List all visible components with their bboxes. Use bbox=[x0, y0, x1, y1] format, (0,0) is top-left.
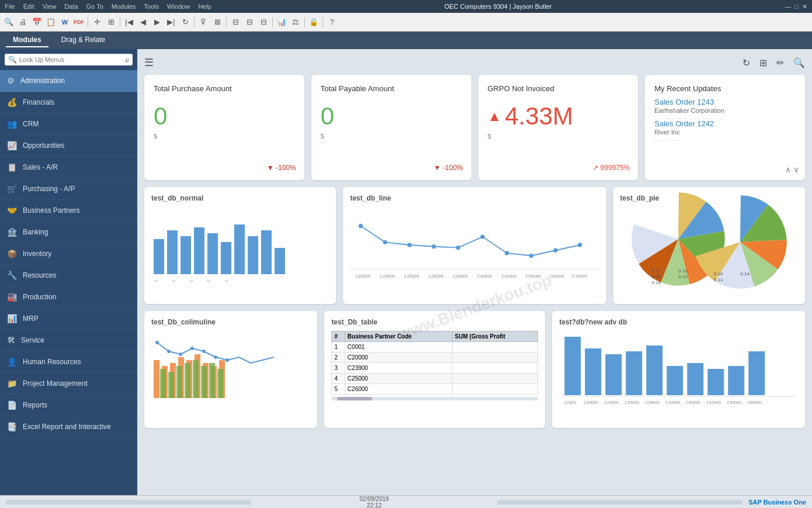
search-content-icon[interactable]: 🔍 bbox=[793, 57, 805, 68]
table-row: 2 C20000 bbox=[332, 353, 538, 363]
sidebar-item-financials[interactable]: 💰 Financials bbox=[0, 92, 137, 113]
copy-icon[interactable]: 📋 bbox=[44, 16, 57, 29]
menu-modules[interactable]: Modules bbox=[112, 3, 136, 10]
sidebar-item-opportunities[interactable]: 📈 Opportunities bbox=[0, 135, 137, 157]
pie2-label-0.11: 0.11 bbox=[714, 277, 740, 282]
opportunities-icon: 📈 bbox=[7, 141, 17, 150]
sidebar-item-human-resources[interactable]: 👤 Human Resources bbox=[0, 351, 137, 373]
edit-content-icon[interactable]: ✏ bbox=[776, 57, 784, 68]
pie-label-0.10: 0.10 bbox=[678, 268, 705, 274]
menu-goto[interactable]: Go To bbox=[86, 3, 103, 10]
chart-table-title: test_Db_table bbox=[331, 318, 538, 326]
row2-val bbox=[452, 353, 538, 363]
table-scrollbar[interactable] bbox=[331, 397, 538, 400]
svg-rect-5 bbox=[221, 242, 231, 274]
sidebar-item-sales[interactable]: 📋 Sales - A/R bbox=[0, 157, 137, 178]
svg-rect-57 bbox=[193, 360, 199, 398]
table-scrollbar-thumb[interactable] bbox=[337, 397, 372, 400]
menu-view[interactable]: View bbox=[43, 3, 57, 10]
layout-icon[interactable]: ⊞ bbox=[759, 57, 767, 68]
calendar-icon[interactable]: 📅 bbox=[30, 16, 43, 29]
col-bp-code: Business Partner Code bbox=[345, 331, 452, 342]
svg-rect-0 bbox=[154, 239, 164, 274]
window-controls[interactable]: — □ ✕ bbox=[785, 3, 807, 11]
svg-rect-72 bbox=[647, 345, 663, 395]
search-go-icon[interactable]: ⌕ bbox=[125, 56, 129, 64]
sidebar-item-mrp[interactable]: 📊 MRP bbox=[0, 308, 137, 330]
search-input-wrap[interactable]: 🔍 ⌕ bbox=[5, 54, 133, 65]
sidebar-item-administration[interactable]: ⚙ Administration bbox=[0, 70, 137, 92]
sales-order-1243-link[interactable]: Sales Order 1243 bbox=[654, 98, 796, 106]
row5-val bbox=[452, 384, 538, 395]
menu-bar[interactable]: File Edit View Data Go To Modules Tools … bbox=[5, 3, 211, 10]
row1-num: 1 bbox=[332, 342, 345, 353]
svg-rect-56 bbox=[185, 363, 190, 398]
svg-point-63 bbox=[179, 353, 182, 356]
kpi-payable-change: ▼ -100% bbox=[434, 164, 463, 172]
svg-rect-1 bbox=[167, 230, 178, 274]
recent-nav: ∧ ∨ bbox=[785, 165, 799, 174]
word-icon[interactable]: W bbox=[58, 16, 71, 29]
svg-text:C25000: C25000 bbox=[625, 400, 640, 405]
down-arrow-icon2: ▼ bbox=[434, 164, 441, 172]
pie2-label-0.14: 0.14 bbox=[740, 271, 766, 277]
sidebar-item-inventory[interactable]: 📦 Inventory bbox=[0, 243, 137, 265]
print-icon[interactable]: 🖨 bbox=[16, 16, 29, 29]
sidebar-item-label: CRM bbox=[23, 120, 39, 128]
balance-icon[interactable]: ⚖ bbox=[289, 16, 302, 29]
sidebar-item-project-management[interactable]: 📁 Project Management bbox=[0, 373, 137, 395]
svg-rect-4 bbox=[207, 233, 218, 274]
filter-icon[interactable]: ⊽ bbox=[197, 16, 210, 29]
close-button[interactable]: ✕ bbox=[802, 3, 807, 11]
minimize-button[interactable]: — bbox=[785, 3, 791, 11]
tab-modules[interactable]: Modules bbox=[6, 33, 48, 47]
menu-tools[interactable]: Tools bbox=[144, 3, 159, 10]
sidebar-item-resources[interactable]: 🔧 Resources bbox=[0, 265, 137, 286]
refresh-content-icon[interactable]: ↻ bbox=[742, 57, 750, 68]
sidebar-item-reports[interactable]: 📄 Reports bbox=[0, 395, 137, 416]
sidebar-item-crm[interactable]: 👥 CRM bbox=[0, 113, 137, 135]
nav-next-icon[interactable]: ▶ bbox=[151, 16, 164, 29]
chart-icon[interactable]: 📊 bbox=[275, 16, 288, 29]
menu-data[interactable]: Data bbox=[64, 3, 78, 10]
recent-prev-icon[interactable]: ∧ bbox=[785, 165, 791, 174]
pie-charts-row: 0.12 0.10 0.08 0.10 0.16 bbox=[620, 207, 798, 291]
sales-order-1242-link[interactable]: Sales Order 1242 bbox=[654, 119, 796, 128]
nav-last-icon[interactable]: ▶| bbox=[165, 16, 178, 29]
sidebar-item-production[interactable]: 🏭 Production bbox=[0, 286, 137, 308]
tools2-icon[interactable]: ⊟ bbox=[229, 16, 242, 29]
move-icon[interactable]: ✛ bbox=[91, 16, 103, 29]
menu-window[interactable]: Window bbox=[167, 3, 190, 10]
help2-icon[interactable]: ? bbox=[325, 16, 338, 29]
sidebar-item-service[interactable]: 🛠 Service bbox=[0, 330, 137, 351]
svg-point-37 bbox=[655, 216, 702, 262]
svg-text:C26000: C26000 bbox=[646, 400, 660, 405]
sidebar-item-label: Sales - A/R bbox=[23, 163, 58, 171]
edit2-icon[interactable]: ⊟ bbox=[243, 16, 256, 29]
bar-label-c30000: C30000 bbox=[224, 280, 236, 283]
table-row: 1 C0001 bbox=[332, 342, 538, 353]
grid-icon[interactable]: ⊞ bbox=[105, 16, 117, 29]
sidebar-item-business-partners[interactable]: 🤝 Business Partners bbox=[0, 200, 137, 222]
edit3-icon[interactable]: ⊟ bbox=[257, 16, 270, 29]
svg-text:C70000: C70000 bbox=[572, 274, 587, 279]
pdf-icon[interactable]: PDF bbox=[72, 16, 85, 29]
sidebar-item-excel-report[interactable]: 📑 Excel Report and Interactive bbox=[0, 416, 137, 438]
recent-next-icon[interactable]: ∨ bbox=[793, 165, 799, 174]
search-toolbar-icon[interactable]: 🔍 bbox=[2, 16, 15, 29]
nav-first-icon[interactable]: |◀ bbox=[123, 16, 136, 29]
sidebar-item-purchasing[interactable]: 🛒 Purchasing - A/P bbox=[0, 178, 137, 200]
nav-prev-icon[interactable]: ◀ bbox=[137, 16, 150, 29]
search-input[interactable] bbox=[19, 56, 123, 63]
menu-edit[interactable]: Edit bbox=[23, 3, 34, 10]
refresh-icon[interactable]: ↻ bbox=[179, 16, 192, 29]
hamburger-menu-icon[interactable]: ☰ bbox=[144, 56, 154, 69]
menu-file[interactable]: File bbox=[5, 3, 15, 10]
maximize-button[interactable]: □ bbox=[794, 3, 799, 11]
sidebar-item-banking[interactable]: 🏦 Banking bbox=[0, 222, 137, 243]
lock-icon[interactable]: 🔒 bbox=[307, 16, 320, 29]
svg-point-65 bbox=[202, 350, 206, 353]
menu-help[interactable]: Help bbox=[198, 3, 211, 10]
tab-drag-relate[interactable]: Drag & Relate bbox=[54, 33, 112, 47]
find-icon[interactable]: ⊠ bbox=[211, 16, 224, 29]
